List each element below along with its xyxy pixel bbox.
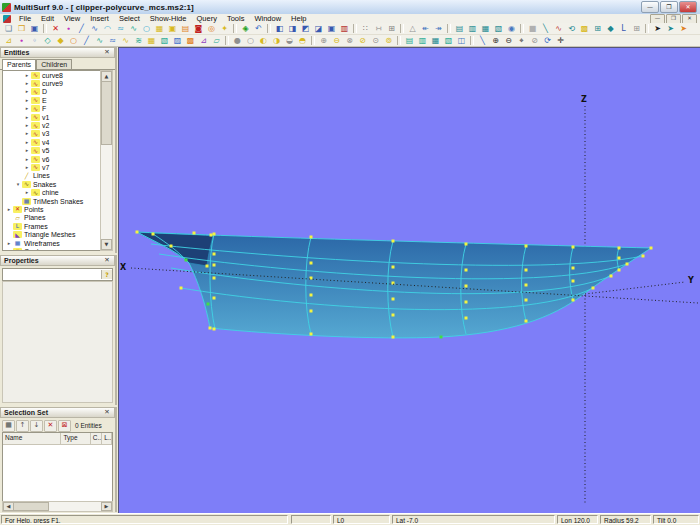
control-point[interactable] (310, 310, 313, 313)
tree-item-d[interactable]: ▸∿D (3, 88, 100, 96)
control-point[interactable] (525, 245, 528, 248)
cursor-measure-icon[interactable]: ➤ (677, 23, 690, 34)
surface-rev-icon[interactable]: ▩ (184, 35, 197, 46)
expander-icon[interactable]: ▸ (23, 131, 31, 136)
expander-icon[interactable]: ▸ (23, 140, 31, 145)
view-plan-icon[interactable]: ◪ (312, 23, 325, 34)
control-point[interactable] (525, 269, 528, 272)
rel-bead-icon[interactable]: ◦ (28, 35, 41, 46)
tree-item-snakes[interactable]: ▾∿Snakes (3, 180, 100, 188)
select-by-type-icon[interactable]: ▥ (466, 23, 479, 34)
insert-line-icon[interactable]: ╱ (75, 23, 88, 34)
insert-snake-icon[interactable]: ∿ (127, 23, 140, 34)
minimize-button[interactable]: — (641, 1, 659, 13)
line-2pt-icon[interactable]: ╱ (80, 35, 93, 46)
blank-tool-icon[interactable]: ■ (526, 23, 539, 34)
control-point[interactable] (392, 240, 395, 243)
rel-point-icon[interactable]: ⊿ (2, 35, 15, 46)
restore-button[interactable]: ❐ (660, 1, 678, 13)
expander-icon[interactable]: ▸ (23, 115, 31, 120)
expander-icon[interactable]: ▸ (5, 249, 13, 251)
selection-set-hscrollbar[interactable]: ◀ ▶ (2, 501, 113, 512)
zoom-in-icon[interactable]: ⊕ (489, 35, 502, 46)
control-point[interactable] (209, 327, 212, 330)
control-point[interactable] (310, 333, 313, 336)
tree-item-planes[interactable]: ▱Planes (3, 214, 100, 222)
tab-children[interactable]: Children (36, 59, 72, 69)
vis-tags-icon[interactable]: ⊙ (369, 35, 382, 46)
hide-all-icon[interactable]: ○ (244, 35, 257, 46)
control-point[interactable] (213, 233, 216, 236)
mdi-close-button[interactable]: ✕ (682, 14, 697, 24)
mdi-minimize-button[interactable]: — (650, 14, 665, 24)
insert-ring-icon[interactable]: ◎ (205, 23, 218, 34)
control-point[interactable] (626, 263, 629, 266)
control-point[interactable] (465, 243, 468, 246)
select-query-icon[interactable]: ◉ (505, 23, 518, 34)
insert-ruled-surface-icon[interactable]: ▣ (166, 23, 179, 34)
control-point[interactable] (392, 336, 395, 339)
control-point[interactable] (525, 320, 528, 323)
insert-point-icon[interactable]: ∙ (62, 23, 75, 34)
b-spline-curve-icon[interactable]: ∿ (93, 35, 106, 46)
expander-icon[interactable]: ▸ (23, 165, 31, 170)
abs-magnet-icon[interactable]: ◆ (54, 35, 67, 46)
select-by-layer-icon[interactable]: ▧ (492, 23, 505, 34)
menu-help[interactable]: Help (286, 14, 311, 23)
tree-item-v5[interactable]: ▸∿v5 (3, 147, 100, 155)
control-point[interactable] (618, 247, 621, 250)
insert-curve-icon[interactable]: ≈ (114, 23, 127, 34)
tree-item-v6[interactable]: ▸∿v6 (3, 155, 100, 163)
view-front-icon[interactable]: ◨ (286, 23, 299, 34)
menu-file[interactable]: File (14, 14, 36, 23)
scroll-down-icon[interactable]: ▼ (101, 239, 112, 250)
rotate-view-icon[interactable]: ⟳ (541, 35, 554, 46)
expander-icon[interactable]: ▸ (23, 73, 31, 78)
tree-item-v7[interactable]: ▸∿v7 (3, 163, 100, 171)
control-point[interactable] (392, 282, 395, 285)
surface-sweep-icon[interactable]: ▨ (171, 35, 184, 46)
move-down-button[interactable]: ↓ (30, 420, 43, 432)
insert-bead-icon[interactable]: ✦ (218, 23, 231, 34)
control-point[interactable] (210, 234, 213, 237)
arrow-prev-icon[interactable]: ↞ (419, 23, 432, 34)
tree-item-v1[interactable]: ▸∿v1 (3, 113, 100, 121)
menu-view[interactable]: View (59, 14, 85, 23)
control-point[interactable] (592, 287, 595, 290)
expander-icon[interactable]: ▸ (23, 81, 31, 86)
grid-snap-icon[interactable]: ⊞ (385, 23, 398, 34)
model-viewport[interactable]: ZXY (118, 47, 700, 513)
columns-button[interactable]: ▦ (2, 420, 15, 432)
tree-item-points[interactable]: ▸✕Points (3, 205, 100, 213)
geodesic-snake-icon[interactable]: ≋ (132, 35, 145, 46)
insert-surface-icon[interactable]: ▦ (153, 23, 166, 34)
menu-window[interactable]: Window (249, 14, 286, 23)
zoom-window-icon[interactable]: ⌖ (515, 35, 528, 46)
control-point[interactable] (525, 299, 528, 302)
hull-3d-view[interactable]: ZXY (119, 48, 700, 513)
control-point[interactable] (525, 284, 528, 287)
show-selected-icon[interactable]: ◐ (257, 35, 270, 46)
control-point[interactable] (213, 277, 216, 280)
tree-item-curve9[interactable]: ▸∿curve9 (3, 79, 100, 87)
control-point[interactable] (180, 287, 183, 290)
menu-edit[interactable]: Edit (36, 14, 59, 23)
expander-icon[interactable]: ▸ (23, 98, 31, 103)
control-point[interactable] (618, 257, 621, 260)
magnet-icon[interactable]: ◇ (41, 35, 54, 46)
control-point[interactable] (572, 280, 575, 283)
control-point[interactable] (572, 246, 575, 249)
expander-icon[interactable]: ▸ (23, 106, 31, 111)
arrow-next-icon[interactable]: ↠ (432, 23, 445, 34)
control-point[interactable] (465, 301, 468, 304)
show-children-icon[interactable]: ◓ (296, 35, 309, 46)
frame-axes-icon[interactable]: L (617, 23, 630, 34)
close-button[interactable]: ✕ (679, 1, 697, 13)
insert-polyline-icon[interactable]: ∿ (88, 23, 101, 34)
control-point[interactable] (310, 294, 313, 297)
rebuild-curve-icon[interactable]: ⟲ (565, 23, 578, 34)
grid-dots-icon[interactable]: ∷ (359, 23, 372, 34)
properties-entity-combobox[interactable]: ? (2, 268, 113, 281)
control-point[interactable] (642, 255, 645, 258)
add-diamond-icon[interactable]: ◆ (604, 23, 617, 34)
